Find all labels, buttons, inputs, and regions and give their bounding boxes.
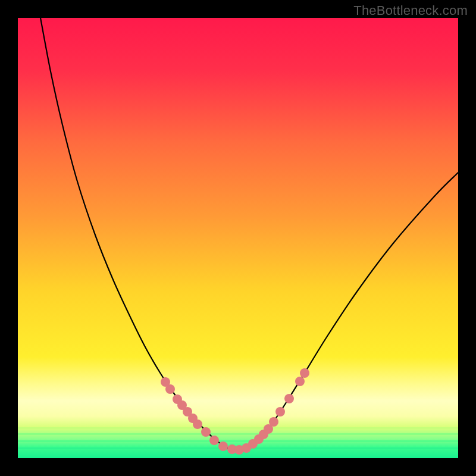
sample-points bbox=[161, 368, 309, 455]
sample-point bbox=[209, 436, 219, 445]
sample-point bbox=[269, 417, 278, 427]
sample-point bbox=[275, 407, 285, 416]
sample-point bbox=[295, 377, 305, 386]
sample-point bbox=[201, 427, 211, 437]
curve-layer bbox=[18, 18, 458, 458]
plot-area bbox=[18, 18, 458, 458]
sample-point bbox=[284, 394, 294, 403]
sample-point bbox=[165, 384, 175, 394]
sample-point bbox=[218, 441, 228, 451]
sample-point bbox=[193, 419, 202, 429]
watermark-text: TheBottleneck.com bbox=[353, 3, 468, 18]
bottleneck-curve bbox=[40, 18, 458, 451]
sample-point bbox=[300, 368, 309, 378]
